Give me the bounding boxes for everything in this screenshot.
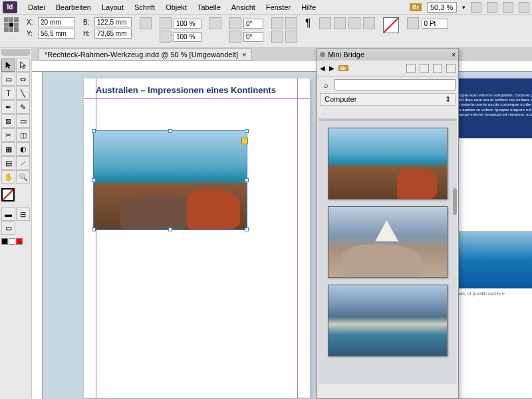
zoom-tool[interactable]: 🔍 <box>16 170 30 184</box>
menu-ansicht[interactable]: Ansicht <box>226 2 261 13</box>
fill-none-swatch[interactable] <box>383 17 399 33</box>
swatch-white[interactable] <box>9 238 15 245</box>
placed-image-beach <box>94 131 247 229</box>
view-setting-3-icon[interactable] <box>503 2 513 13</box>
menu-bearbeiten[interactable]: Bearbeiten <box>51 2 96 13</box>
height-input[interactable] <box>94 29 132 39</box>
free-transform-tool[interactable]: ◫ <box>16 128 30 142</box>
panel-close-icon[interactable]: × <box>452 51 456 59</box>
view-mode-icon[interactable]: ▭ <box>1 221 15 235</box>
page-1[interactable]: Australien – Impressionen eines Kontinen… <box>84 78 310 398</box>
menu-objekt[interactable]: Objekt <box>160 2 192 13</box>
rectangle-frame-tool[interactable]: ⊠ <box>1 114 15 128</box>
view-options-icon[interactable] <box>433 64 442 73</box>
fill-stroke-swatch[interactable] <box>1 188 16 203</box>
selection-tool[interactable] <box>1 59 15 72</box>
stroke-weight-input[interactable] <box>422 19 448 29</box>
scale-link-icon[interactable] <box>209 17 221 29</box>
nav-forward-icon[interactable]: ▶ <box>329 65 334 72</box>
gradient-tool[interactable]: ▦ <box>1 142 15 156</box>
margin-guide-left <box>96 78 96 398</box>
mini-bridge-toolbar: ◀ ▶ Br <box>317 61 458 76</box>
scale-y-input[interactable] <box>174 32 201 42</box>
menu-bar: Id Datei Bearbeiten Layout Schrift Objek… <box>0 0 532 15</box>
width-input[interactable] <box>94 17 132 27</box>
eyedropper-tool[interactable]: ⟋ <box>16 156 30 170</box>
select-prev-icon[interactable] <box>348 17 360 29</box>
pen-tool[interactable]: ✒ <box>1 100 15 114</box>
pencil-tool[interactable]: ✎ <box>16 100 30 114</box>
view-setting-4-icon[interactable] <box>519 2 529 13</box>
rectangle-tool[interactable]: ▭ <box>16 114 30 128</box>
swatch-black[interactable] <box>1 238 8 245</box>
zoom-level[interactable]: 50,3 % <box>427 2 457 13</box>
bridge-launch-icon[interactable]: Br <box>338 65 348 71</box>
scrollbar-thumb[interactable] <box>453 188 457 215</box>
mini-bridge-panel: Mini Bridge × ◀ ▶ Br ⌕ Computer ⇕ . <box>317 48 459 399</box>
gradient-feather-tool[interactable]: ◐ <box>16 142 30 156</box>
line-tool[interactable]: ╲ <box>16 86 30 100</box>
toolbox-collapse-tab[interactable] <box>1 49 30 56</box>
apply-color-icon[interactable]: ▬ <box>1 207 15 221</box>
select-content-icon[interactable] <box>334 17 346 29</box>
thumbnail-2[interactable] <box>328 206 448 278</box>
menu-fenster[interactable]: Fenster <box>261 2 296 13</box>
type-tool[interactable]: T <box>1 86 15 100</box>
panel-menu-icon[interactable] <box>446 64 456 73</box>
reference-point-selector[interactable] <box>4 17 19 32</box>
mini-bridge-title: Mini Bridge <box>328 51 364 59</box>
search-input[interactable] <box>334 79 456 90</box>
path-dropdown-icon: ⇕ <box>445 95 451 104</box>
thumbnail-3[interactable] <box>328 285 448 356</box>
page-tool[interactable]: ▭ <box>1 72 15 86</box>
default-fill-stroke-icon[interactable]: ⊟ <box>16 207 30 221</box>
panel-grip-icon[interactable] <box>320 52 325 57</box>
filter-icon[interactable] <box>420 64 429 73</box>
gap-tool[interactable]: ⇔ <box>16 72 30 86</box>
flip-v-icon[interactable] <box>285 31 297 43</box>
menu-tabelle[interactable]: Tabelle <box>192 2 226 13</box>
path-dropdown[interactable]: Computer ⇕ <box>320 93 456 106</box>
hand-tool[interactable]: ✋ <box>1 170 15 184</box>
rotate-cw-icon[interactable] <box>271 17 283 29</box>
swatch-red[interactable] <box>16 238 23 245</box>
scale-x-input[interactable] <box>174 19 201 29</box>
rotate-ccw-icon[interactable] <box>285 17 297 29</box>
y-input[interactable] <box>38 29 75 39</box>
search-icon: ⌕ <box>320 79 332 90</box>
margin-guide-right <box>297 78 298 398</box>
selected-image-frame[interactable] <box>93 130 247 230</box>
menu-datei[interactable]: Datei <box>23 2 51 13</box>
bridge-badge[interactable]: Br <box>410 3 422 11</box>
constrain-proportions-icon[interactable] <box>140 17 152 29</box>
menu-schrift[interactable]: Schrift <box>129 2 160 13</box>
select-container-icon[interactable] <box>319 17 331 29</box>
close-tab-icon[interactable]: × <box>242 51 246 59</box>
breadcrumb[interactable]: .. <box>317 108 458 118</box>
direct-selection-tool[interactable] <box>16 59 30 72</box>
note-tool[interactable]: ▤ <box>1 156 15 170</box>
zoom-dropdown-icon[interactable]: ▾ <box>462 4 466 11</box>
rotate-input[interactable] <box>243 19 263 29</box>
scissors-tool[interactable]: ✂ <box>1 128 15 142</box>
document-tab[interactable]: *Rechteck-Rahmen-Werkzeug.indd @ 50 % [U… <box>39 49 252 61</box>
paragraph-indicator-icon: ¶ <box>305 17 311 29</box>
menu-hilfe[interactable]: Hilfe <box>296 2 321 13</box>
thumbnail-1[interactable] <box>328 128 448 200</box>
vertical-ruler[interactable] <box>32 72 43 399</box>
margin-guide-top <box>84 98 310 99</box>
view-setting-2-icon[interactable] <box>487 2 497 13</box>
select-next-icon[interactable] <box>363 17 375 29</box>
stroke-weight-icon <box>407 17 419 29</box>
flip-h-icon[interactable] <box>271 31 283 43</box>
link-warning-badge[interactable] <box>241 138 248 144</box>
shear-input[interactable] <box>243 32 263 42</box>
mini-bridge-header[interactable]: Mini Bridge × <box>317 49 458 61</box>
view-setting-1-icon[interactable] <box>471 2 481 13</box>
thumbnail-list <box>319 118 457 384</box>
sort-icon[interactable] <box>406 64 416 73</box>
x-input[interactable] <box>38 17 75 27</box>
rotate-icon <box>229 17 241 29</box>
nav-back-icon[interactable]: ◀ <box>320 65 325 72</box>
menu-layout[interactable]: Layout <box>96 2 129 13</box>
